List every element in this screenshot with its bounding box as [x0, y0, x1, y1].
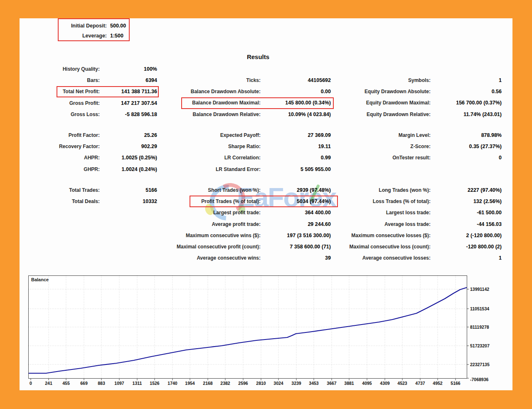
stat-value: 0.35 (27.37%) — [431, 144, 502, 149]
y-axis-label: -7068936 — [470, 377, 488, 382]
x-axis-label: 4952 — [433, 381, 442, 386]
stat-row: LR Correlation:0.99 — [165, 152, 331, 164]
stat-value: -5 828 596.18 — [100, 112, 157, 117]
stat-value: 1.0025 (0.25%) — [100, 155, 157, 161]
stats-col2-block3: Short Trades (won %):2939 (97.48%) Profi… — [165, 184, 331, 264]
stat-row: Average profit trade:29 244.60 — [165, 218, 331, 230]
stat-value: 1.0024 (0.24%) — [100, 166, 157, 172]
stat-row: Maximum consecutive wins ($):197 (3 516 … — [165, 230, 331, 241]
x-axis-label: 1740 — [167, 381, 177, 386]
stat-label: Equity Drawdown Maximal: — [335, 100, 431, 106]
stat-value: 5166 — [100, 187, 157, 193]
stat-value: 1 — [431, 77, 502, 83]
stat-label: LR Standard Error: — [165, 166, 261, 172]
stat-label: Total Deals: — [36, 198, 100, 204]
stat-label: Balance Drawdown Maximal: — [165, 100, 261, 106]
stat-row: Maximal consecutive loss (count):-120 80… — [335, 241, 502, 252]
report-sheet: Initial Deposit: 500.00 Leverage: 1:500 … — [20, 18, 512, 390]
stat-value: 0.00 — [261, 89, 331, 94]
x-axis-label: 241 — [45, 381, 52, 386]
initial-deposit-value: 500.00 — [110, 23, 126, 29]
leverage-label: Leverage: — [59, 33, 107, 39]
x-axis-label: 3667 — [327, 381, 336, 386]
stat-row: Balance Drawdown Absolute:0.00 — [165, 86, 331, 97]
stat-label: Long Trades (won %): — [335, 187, 431, 193]
stats-col3-block2: Margin Level:878.98% Z-Score:0.35 (27.37… — [335, 129, 502, 164]
y-axis-label: 11051534 — [470, 306, 489, 311]
stat-label: Short Trades (won %): — [165, 187, 261, 193]
stat-value: 132 (2.56%) — [431, 198, 502, 204]
stat-label: Loss Trades (% of total): — [335, 198, 431, 204]
stat-value: 197 (3 516 300.00) — [261, 233, 331, 238]
stat-value: 10332 — [100, 198, 157, 204]
stat-row: Largest loss trade:-61 500.00 — [335, 207, 502, 218]
stat-value: 11.74% (243.01) — [431, 112, 502, 117]
stat-label: AHPR: — [36, 155, 100, 161]
stat-row: Expected Payoff:27 369.09 — [165, 129, 331, 141]
x-axis-label: 4309 — [380, 381, 389, 386]
stat-value: 10.09% (4 023.84) — [261, 112, 331, 117]
stat-value: -120 800.00 (2) — [431, 244, 502, 250]
y-axis-label: 13991142 — [470, 287, 489, 292]
results-title: Results — [20, 53, 497, 60]
stat-row: Equity Drawdown Maximal:156 700.00 (0.37… — [335, 97, 502, 109]
stat-value: 7 358 600.00 (71) — [261, 244, 331, 250]
stat-label: Largest loss trade: — [335, 210, 431, 216]
stat-row: Average loss trade:-44 156.03 — [335, 218, 502, 230]
stat-value: 145 800.00 (0.34%) — [261, 100, 331, 106]
stat-label: Equity Drawdown Absolute: — [335, 89, 431, 94]
stats-col2-block1: Ticks:44105692 Balance Drawdown Absolute… — [165, 74, 331, 120]
stat-row: Balance Drawdown Relative:10.09% (4 023.… — [165, 109, 331, 120]
leverage-row: Leverage: 1:500 — [59, 31, 129, 41]
x-axis-label: 1526 — [150, 381, 159, 386]
chart-grid — [29, 276, 467, 378]
stat-value: 878.98% — [431, 132, 502, 138]
stat-row: Largest profit trade:364 400.00 — [165, 207, 331, 218]
stat-row: OnTester result:0 — [335, 152, 502, 164]
stat-row: Margin Level:878.98% — [335, 129, 502, 141]
x-axis-label: 1954 — [185, 381, 195, 386]
stat-value: 2 (-120 800.00) — [431, 233, 502, 238]
x-axis-label: 3024 — [273, 381, 283, 386]
stat-value: 44105692 — [261, 77, 331, 83]
stat-row: Average consecutive wins:39 — [165, 253, 331, 264]
stat-value: 27 369.09 — [261, 132, 331, 138]
stat-value: -61 500.00 — [431, 210, 502, 216]
stat-value: 364 400.00 — [261, 210, 331, 216]
stat-row: Profit Factor:25.26 — [36, 129, 157, 141]
stat-value: 2227 (97.40%) — [431, 187, 502, 193]
stat-row: Gross Profit:147 217 307.54 — [36, 97, 157, 109]
stat-row: Profit Trades (% of total):5034 (97.44%) — [165, 196, 331, 207]
x-axis-label: 2168 — [203, 381, 212, 386]
x-axis-label: 669 — [80, 381, 88, 386]
y-axis-label: 22327135 — [470, 362, 490, 367]
chart-canvas — [29, 276, 467, 378]
stat-label: Sharpe Ratio: — [165, 144, 261, 149]
stat-row: Total Trades:5166 — [36, 184, 157, 196]
stat-row: Equity Drawdown Absolute:0.56 — [335, 86, 502, 97]
stat-label: GHPR: — [36, 166, 100, 172]
stat-label: Maximum consecutive losses ($): — [335, 233, 431, 238]
stat-value: 2939 (97.48%) — [261, 187, 331, 193]
x-axis-label: 1097 — [114, 381, 124, 386]
x-axis-label: 4095 — [362, 381, 372, 386]
stat-row: LR Standard Error:5 505 955.00 — [165, 164, 331, 175]
stat-row: Sharpe Ratio:19.11 — [165, 141, 331, 152]
stat-label: Total Trades: — [36, 187, 100, 193]
balance-chart: Balance — [28, 275, 467, 379]
x-axis-label: 2382 — [220, 381, 230, 386]
stat-value: 6394 — [100, 77, 157, 83]
stat-row: Loss Trades (% of total):132 (2.56%) — [335, 196, 502, 207]
stat-row: Symbols:1 — [335, 74, 502, 86]
stat-label: Profit Trades (% of total): — [165, 198, 261, 204]
stats-col1-block3: Total Trades:5166 Total Deals:10332 — [36, 184, 157, 207]
stat-label: Balance Drawdown Relative: — [165, 112, 261, 117]
x-axis-label: 4737 — [415, 381, 425, 386]
x-axis-label: 5166 — [451, 381, 460, 386]
stat-label: Largest profit trade: — [165, 210, 261, 216]
stat-value: 141 388 711.36 — [100, 89, 157, 94]
stat-row: AHPR:1.0025 (0.25%) — [36, 152, 157, 164]
stat-row: Recovery Factor:902.29 — [36, 141, 157, 152]
stat-row: Bars:6394 — [36, 74, 157, 86]
stats-col1-block2: Profit Factor:25.26 Recovery Factor:902.… — [36, 129, 157, 175]
